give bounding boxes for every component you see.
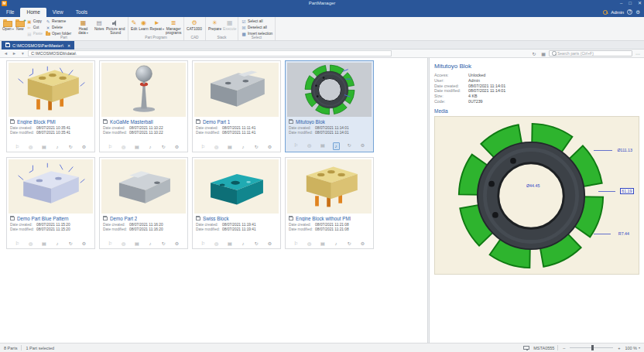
- program-list-icon[interactable]: ▤: [133, 241, 140, 247]
- current-user[interactable]: Admin: [611, 10, 624, 15]
- close-tab-icon[interactable]: ✕: [67, 43, 70, 48]
- learn-button[interactable]: ◉ Learn: [138, 18, 149, 32]
- preview-icon[interactable]: ◎: [213, 241, 220, 247]
- copy-button[interactable]: ▣Copy: [27, 19, 43, 24]
- part-name[interactable]: KoGaMe Masterball: [110, 119, 153, 125]
- cat1000-button[interactable]: ⚙ CAT1000: [186, 18, 203, 32]
- part-name[interactable]: Engine Block PMI: [17, 119, 56, 125]
- program-list-icon[interactable]: ▤: [319, 241, 326, 247]
- media-icon[interactable]: ♪: [147, 241, 154, 247]
- picture-sound-button[interactable]: Picture and Sound: [104, 18, 126, 36]
- flag-icon[interactable]: ⚐: [200, 144, 207, 150]
- help-button[interactable]: ?: [627, 9, 632, 15]
- preview-icon[interactable]: ◎: [306, 241, 313, 247]
- part-thumbnail[interactable]: [287, 63, 372, 117]
- more-options-button[interactable]: ⋯: [634, 50, 642, 57]
- share-icon[interactable]: ↻: [67, 241, 74, 247]
- head-data-button[interactable]: ▦ Head data▾: [73, 18, 94, 36]
- preview-icon[interactable]: ◎: [213, 144, 220, 150]
- part-name[interactable]: Demo Part Blue Pattern: [17, 216, 69, 221]
- search-input[interactable]: [557, 51, 629, 56]
- part-name[interactable]: Swiss Block: [203, 216, 229, 221]
- machine-name[interactable]: MSTA0555: [533, 346, 554, 350]
- part-name[interactable]: Mitutoyo Blok: [296, 119, 325, 125]
- zoom-in-button[interactable]: +: [616, 346, 622, 350]
- tab-view[interactable]: View: [46, 8, 70, 17]
- part-card-kogame-masterball[interactable]: KoGaMe Masterball Date created:08/07/202…: [99, 60, 188, 152]
- media-icon[interactable]: ♪: [54, 241, 61, 247]
- part-card-mitutoyo-blok-selected[interactable]: Mitutoyo Blok Date created:08/07/2021 11…: [285, 60, 374, 152]
- program-list-icon[interactable]: ▤: [133, 144, 140, 150]
- share-icon[interactable]: ↻: [160, 144, 167, 150]
- part-card-demo-part-blue-pattern[interactable]: Demo Part Blue Pattern Date created:08/0…: [6, 157, 95, 249]
- forward-button[interactable]: ►: [11, 51, 18, 56]
- zoom-slider[interactable]: [570, 347, 613, 349]
- part-card-swiss-block[interactable]: Swiss Block Date created:08/07/2021 11:1…: [192, 157, 281, 249]
- part-name[interactable]: Engine Block without PMI: [296, 216, 351, 221]
- flag-icon[interactable]: ⚐: [107, 241, 114, 247]
- preview-icon[interactable]: ◎: [120, 241, 127, 247]
- program-list-icon[interactable]: ▤: [319, 142, 326, 150]
- edit-button[interactable]: ✎ Edit: [130, 18, 138, 32]
- deselect-all-button[interactable]: ☒Deselect all: [242, 25, 272, 30]
- tab-home[interactable]: Home: [20, 8, 46, 17]
- settings-icon[interactable]: ⚙: [173, 144, 180, 150]
- media-icon[interactable]: ♪: [333, 142, 340, 150]
- part-thumbnail[interactable]: [194, 63, 279, 117]
- media-section-label[interactable]: Media: [434, 108, 639, 115]
- part-card-demo-part-1[interactable]: Demo Part 1 Date created:08/07/2021 11:1…: [192, 60, 281, 152]
- settings-icon[interactable]: ⚙: [266, 144, 273, 150]
- preview-icon[interactable]: ◎: [27, 241, 34, 247]
- part-thumbnail[interactable]: [194, 159, 279, 214]
- settings-icon[interactable]: ⚙: [266, 241, 273, 247]
- zoom-level[interactable]: 100 %▾: [625, 346, 640, 350]
- manager-programs-button[interactable]: ≣ Manager programs: [165, 18, 182, 36]
- cut-button[interactable]: ✂Cut: [27, 25, 43, 30]
- program-list-icon[interactable]: ▤: [226, 241, 233, 247]
- refresh-button[interactable]: ↻: [530, 50, 538, 57]
- select-all-button[interactable]: ☑Select all: [242, 19, 272, 24]
- flag-icon[interactable]: ⚐: [200, 241, 207, 247]
- settings-icon[interactable]: ⚙: [359, 142, 366, 150]
- repeat-button[interactable]: ► Repeat▾: [149, 18, 165, 32]
- settings-icon[interactable]: ⚙: [80, 144, 87, 150]
- settings-icon[interactable]: ⚙: [80, 241, 87, 247]
- part-name[interactable]: Demo Part 1: [203, 119, 230, 125]
- view-mode-button[interactable]: ▦: [540, 50, 547, 57]
- settings-icon[interactable]: ⚙: [359, 241, 366, 247]
- share-icon[interactable]: ↻: [67, 144, 74, 150]
- document-tab[interactable]: C:\MCOSMOS\PartMaster\ ✕: [2, 41, 74, 50]
- part-thumbnail[interactable]: [101, 159, 186, 214]
- part-thumbnail[interactable]: [9, 63, 93, 117]
- part-card-engine-block-pmi[interactable]: Engine Block PMI Date created:08/07/2021…: [6, 60, 95, 152]
- media-icon[interactable]: ♪: [240, 241, 247, 247]
- new-button[interactable]: + New: [15, 18, 26, 32]
- share-icon[interactable]: ↻: [253, 241, 260, 247]
- execute-button[interactable]: ▦ Execute: [222, 18, 237, 32]
- program-list-icon[interactable]: ▤: [226, 144, 233, 150]
- prepare-button[interactable]: ✳ Prepare: [207, 18, 222, 32]
- flag-icon[interactable]: ⚐: [107, 144, 114, 150]
- tab-file[interactable]: File: [0, 8, 20, 17]
- part-thumbnail[interactable]: [9, 159, 93, 214]
- open-button[interactable]: Open▾: [2, 18, 15, 32]
- close-button[interactable]: ✕: [638, 0, 642, 7]
- history-dropdown-icon[interactable]: ▾: [19, 51, 26, 56]
- media-icon[interactable]: ♪: [333, 241, 340, 247]
- back-button[interactable]: ◄: [2, 51, 9, 56]
- media-icon[interactable]: ♪: [54, 144, 61, 150]
- notes-button[interactable]: ▤ Notes: [94, 18, 105, 32]
- search-box[interactable]: [549, 50, 632, 57]
- program-list-icon[interactable]: ▤: [40, 241, 47, 247]
- address-path[interactable]: C:\MCOSMOS\Db\data\: [28, 50, 392, 56]
- share-icon[interactable]: ↻: [160, 241, 167, 247]
- part-name[interactable]: Demo Part 2: [110, 216, 137, 221]
- part-card-engine-block-without-pmi[interactable]: Engine Block without PMI Date created:08…: [285, 157, 374, 249]
- media-preview[interactable]: Ø111.13 61.19 R7.44 Ø44.45: [434, 116, 639, 275]
- preview-icon[interactable]: ◎: [120, 144, 127, 150]
- settings-icon[interactable]: ⚙: [173, 241, 180, 247]
- preview-icon[interactable]: ◎: [306, 142, 313, 150]
- flag-icon[interactable]: ⚐: [293, 142, 300, 150]
- zoom-slider-thumb[interactable]: [591, 345, 594, 350]
- part-thumbnail[interactable]: [101, 63, 186, 117]
